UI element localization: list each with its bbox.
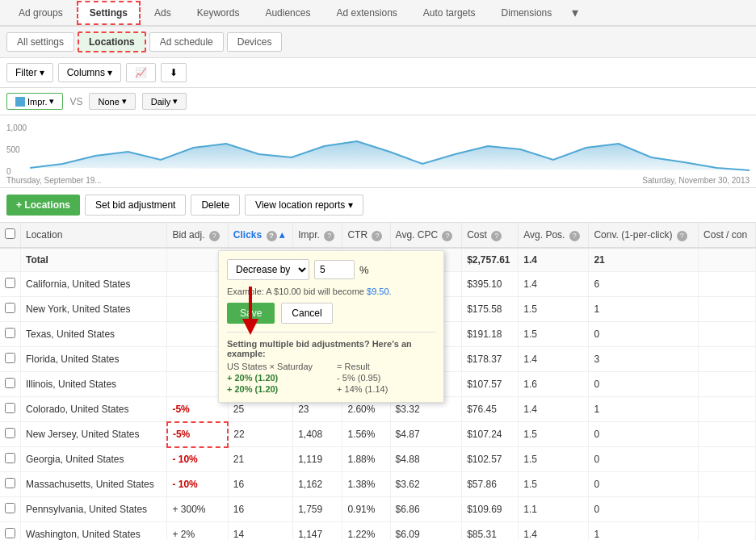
total-avg-pos: 1.4 — [519, 248, 589, 272]
row-conv: 0 — [589, 422, 699, 447]
impr-help-icon[interactable]: ? — [324, 231, 334, 241]
sub-tab-all-settings[interactable]: All settings — [6, 32, 74, 52]
row-avg-pos: 1.4 — [519, 397, 589, 422]
row-checkbox[interactable] — [5, 428, 15, 438]
tab-auto-targets[interactable]: Auto targets — [411, 2, 488, 24]
row-cost: $395.10 — [462, 272, 519, 297]
row-cost-con — [699, 272, 756, 297]
chart-toggle-button[interactable]: 📈 — [126, 63, 156, 82]
row-cost-con — [699, 522, 756, 541]
row-location: Washington, United States — [21, 522, 167, 541]
row-checkbox[interactable] — [5, 403, 15, 413]
popup-control-row: Decrease by Increase by % — [227, 259, 435, 280]
row-clicks: 22 — [228, 422, 292, 447]
delete-button[interactable]: Delete — [191, 195, 240, 216]
none-chevron-icon: ▾ — [122, 96, 127, 107]
tab-keywords[interactable]: Keywords — [185, 2, 252, 24]
row-checkbox[interactable] — [5, 278, 15, 288]
popup-mult-col1: US States × Saturday + 20% (1.20) + 20% … — [227, 362, 313, 394]
set-bid-adj-button[interactable]: Set bid adjustment — [85, 195, 186, 216]
daily-button[interactable]: Daily ▾ — [142, 93, 187, 110]
tab-settings[interactable]: Settings — [77, 1, 141, 25]
row-avg-pos: 1.4 — [519, 272, 589, 297]
row-cost: $175.58 — [462, 297, 519, 322]
row-cost-con — [699, 472, 756, 497]
row-cost-con — [699, 347, 756, 372]
row-ctr: 1.88% — [342, 447, 390, 472]
download-button[interactable]: ⬇ — [161, 63, 187, 82]
cost-help-icon[interactable]: ? — [491, 231, 502, 241]
clicks-col-label: Clicks — [233, 229, 262, 241]
row-conv: 1 — [589, 522, 699, 541]
more-tabs-button[interactable]: ▾ — [565, 0, 585, 25]
bid-adj-help-icon[interactable]: ? — [209, 231, 220, 241]
clicks-help-icon[interactable]: ? — [267, 231, 277, 241]
bid-adj-select[interactable]: Decrease by Increase by — [227, 259, 309, 280]
row-checkbox[interactable] — [5, 303, 15, 313]
row-checkbox[interactable] — [5, 353, 15, 363]
row-checkbox[interactable] — [5, 503, 15, 513]
row-checkbox[interactable] — [5, 528, 15, 538]
col-cost-con: Cost / con — [699, 223, 756, 248]
bid-adj-value-input[interactable] — [314, 260, 355, 279]
row-clicks: 14 — [228, 522, 292, 541]
cost-con-col-label: Cost / con — [704, 229, 747, 241]
row-clicks: 21 — [228, 447, 292, 472]
mult-col2-row1: - 5% (0.95) — [337, 373, 388, 383]
row-conv: 0 — [589, 497, 699, 522]
row-conv: 0 — [589, 472, 699, 497]
row-cost: $102.57 — [462, 447, 519, 472]
select-all-checkbox[interactable] — [5, 228, 15, 239]
row-cost-con — [699, 297, 756, 322]
popup-cancel-button[interactable]: Cancel — [281, 303, 332, 324]
ctr-help-icon[interactable]: ? — [372, 231, 382, 241]
sub-tab-ad-schedule[interactable]: Ad schedule — [149, 32, 224, 52]
filter-button[interactable]: Filter ▾ — [6, 63, 53, 82]
tab-ad-extensions[interactable]: Ad extensions — [324, 2, 409, 24]
col-avg-pos: Avg. Pos. ? — [519, 223, 589, 248]
row-cost: $178.37 — [462, 347, 519, 372]
tab-audiences[interactable]: Audiences — [253, 2, 322, 24]
avg-pos-help-icon[interactable]: ? — [569, 231, 580, 241]
row-impr: 1,759 — [293, 497, 342, 522]
row-checkbox[interactable] — [5, 378, 15, 388]
col-avg-cpc: Avg. CPC ? — [390, 223, 462, 248]
row-avg-pos: 1.1 — [519, 497, 589, 522]
svg-marker-1 — [242, 319, 258, 335]
tab-dimensions[interactable]: Dimensions — [489, 2, 565, 24]
col-clicks[interactable]: Clicks ? ▴ — [228, 223, 292, 248]
row-location: Colorado, United States — [21, 397, 167, 422]
location-col-label: Location — [26, 229, 62, 241]
sub-tab-devices[interactable]: Devices — [227, 32, 283, 52]
row-checkbox[interactable] — [5, 478, 15, 488]
col-cost: Cost ? — [462, 223, 519, 248]
col-location: Location — [21, 223, 167, 248]
tab-ad-groups[interactable]: Ad groups — [6, 2, 75, 24]
chart-y-label-0: 0 — [6, 167, 27, 176]
row-cost-con — [699, 447, 756, 472]
row-avg-pos: 1.4 — [519, 347, 589, 372]
avg-cpc-help-icon[interactable]: ? — [442, 231, 452, 241]
row-checkbox[interactable] — [5, 453, 15, 463]
sub-tab-locations[interactable]: Locations — [78, 31, 146, 52]
row-avg-cpc: $6.09 — [390, 522, 462, 541]
impr-col-label: Impr. — [298, 229, 320, 241]
conv-help-icon[interactable]: ? — [677, 231, 687, 241]
row-avg-pos: 1.5 — [519, 447, 589, 472]
view-location-reports-button[interactable]: View location reports ▾ — [245, 195, 363, 216]
row-conv: 0 — [589, 322, 699, 347]
row-avg-pos: 1.4 — [519, 522, 589, 541]
tab-ads[interactable]: Ads — [142, 2, 183, 24]
row-avg-pos: 1.5 — [519, 422, 589, 447]
impr-metric-button[interactable]: Impr. ▾ — [6, 93, 63, 110]
columns-button[interactable]: Columns ▾ — [58, 63, 121, 82]
top-nav: Ad groups Settings Ads Keywords Audience… — [0, 0, 756, 27]
metric-bar: Impr. ▾ VS None ▾ Daily ▾ — [0, 88, 756, 115]
row-checkbox[interactable] — [5, 328, 15, 338]
row-avg-cpc: $4.87 — [390, 422, 462, 447]
none-metric-button[interactable]: None ▾ — [89, 93, 135, 110]
row-ctr: 0.91% — [342, 497, 390, 522]
row-conv: 1 — [589, 297, 699, 322]
add-locations-button[interactable]: + Locations — [6, 195, 80, 216]
row-clicks: 16 — [228, 472, 292, 497]
